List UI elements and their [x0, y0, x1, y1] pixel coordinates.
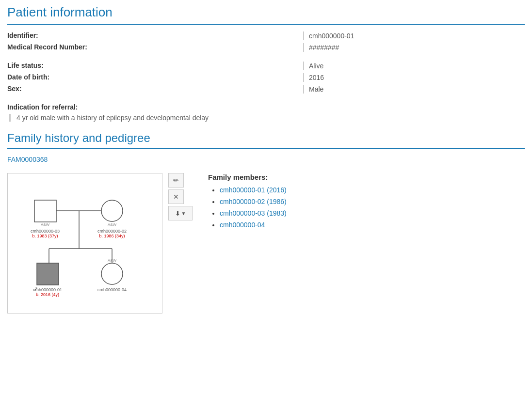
- svg-point-8: [101, 263, 123, 284]
- indication-text: 4 yr old male with a history of epilepsy…: [9, 114, 525, 122]
- mother-id-label: cmh000000-02: [97, 229, 127, 234]
- sibling-id-label: cmh000000-04: [97, 287, 127, 292]
- pedigree-chart[interactable]: A&W A&W cmh000000-03 b. 1983 (37y) cmh00…: [7, 173, 162, 314]
- dropdown-chevron-icon: ▼: [181, 211, 186, 216]
- mrn-label: Medical Record Number:: [7, 43, 303, 51]
- svg-rect-0: [34, 200, 56, 222]
- member-link-01[interactable]: cmh000000-01 (2016): [220, 186, 287, 194]
- pedigree-area: A&W A&W cmh000000-03 b. 1983 (37y) cmh00…: [7, 173, 525, 314]
- mother-birth-label: b. 1986 (34y): [99, 234, 125, 238]
- pedigree-svg: A&W A&W cmh000000-03 b. 1983 (37y) cmh00…: [8, 173, 163, 314]
- section-divider-1: [7, 24, 525, 25]
- life-status-row: Life status: Alive: [7, 62, 525, 70]
- delete-pedigree-button[interactable]: ✕: [168, 189, 184, 204]
- family-members-list: cmh000000-01 (2016) cmh000000-02 (1986) …: [208, 186, 287, 229]
- mother-aw-label: A&W: [108, 222, 117, 227]
- member-link-03[interactable]: cmh000000-03 (1983): [220, 209, 287, 217]
- dob-value: 2016: [303, 73, 324, 82]
- member-link-04[interactable]: cmh000000-04: [220, 221, 265, 229]
- father-id-label: cmh000000-03: [31, 229, 60, 234]
- family-section-title: Family history and pedigree: [7, 131, 525, 145]
- indication-label: Indication for referral:: [7, 103, 525, 111]
- identifier-row: Identifier: cmh000000-01: [7, 31, 525, 40]
- download-icon: ⬇: [175, 210, 180, 217]
- delete-icon: ✕: [173, 193, 179, 201]
- edit-icon: ✏: [173, 176, 179, 184]
- family-members-section: Family members: cmh000000-01 (2016) cmh0…: [208, 173, 287, 233]
- dob-label: Date of birth:: [7, 73, 303, 81]
- life-status-value: Alive: [303, 62, 323, 70]
- list-item: cmh000000-02 (1986): [220, 198, 287, 205]
- proband-id-label: cmh000000-01: [33, 287, 62, 292]
- proband-birth-label: b. 2016 (4y): [36, 292, 59, 297]
- member-link-02[interactable]: cmh000000-02 (1986): [220, 198, 287, 205]
- mrn-value: ########: [303, 43, 339, 52]
- download-pedigree-button[interactable]: ⬇ ▼: [168, 206, 193, 220]
- svg-point-1: [101, 200, 123, 221]
- life-status-label: Life status:: [7, 62, 303, 69]
- mrn-row: Medical Record Number: ########: [7, 43, 525, 52]
- family-members-title: Family members:: [208, 173, 287, 181]
- sex-value: Male: [303, 85, 323, 94]
- list-item: cmh000000-01 (2016): [220, 186, 287, 194]
- sex-row: Sex: Male: [7, 85, 525, 94]
- sibling-aw-label: A&W: [108, 258, 117, 263]
- page-title: Patient information: [7, 5, 525, 20]
- identifier-label: Identifier:: [7, 31, 303, 39]
- family-id-link[interactable]: FAM0000368: [7, 156, 48, 163]
- identifier-value: cmh000000-01: [303, 31, 354, 40]
- pedigree-toolbar: ✏ ✕ ⬇ ▼: [168, 173, 193, 220]
- svg-rect-7: [37, 263, 59, 285]
- sex-label: Sex:: [7, 85, 303, 93]
- list-item: cmh000000-04: [220, 221, 287, 229]
- dob-row: Date of birth: 2016: [7, 73, 525, 82]
- list-item: cmh000000-03 (1983): [220, 209, 287, 217]
- father-aw-label: A&W: [41, 222, 50, 227]
- section-divider-2: [7, 148, 525, 149]
- father-birth-label: b. 1983 (37y): [32, 234, 58, 238]
- edit-pedigree-button[interactable]: ✏: [168, 173, 184, 188]
